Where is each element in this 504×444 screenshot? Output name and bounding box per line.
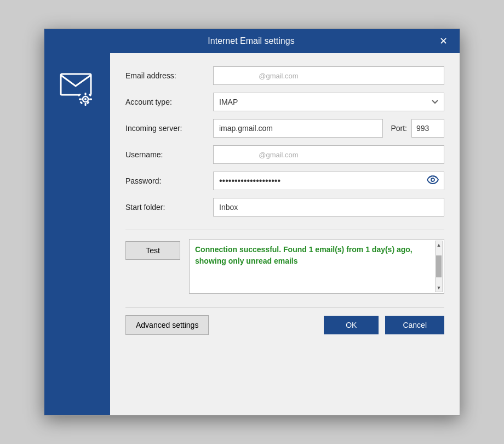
- svg-rect-5: [85, 103, 87, 106]
- start-folder-input[interactable]: [213, 198, 444, 217]
- email-label: Email address:: [125, 71, 213, 80]
- account-type-label: Account type:: [125, 98, 213, 106]
- scrollbar-track[interactable]: ▲ ▼: [435, 241, 443, 292]
- section-divider: [125, 230, 444, 230]
- footer: Advanced settings OK Cancel: [125, 315, 444, 339]
- start-folder-label: Start folder:: [125, 203, 213, 212]
- svg-rect-0: [61, 74, 91, 95]
- email-input[interactable]: [213, 66, 444, 85]
- username-input[interactable]: [213, 145, 444, 164]
- close-button[interactable]: ✕: [436, 35, 451, 47]
- username-label: Username:: [125, 150, 213, 159]
- account-type-row: Account type: IMAP POP3: [125, 93, 444, 111]
- svg-line-13: [429, 177, 430, 178]
- svg-rect-7: [89, 99, 92, 100]
- ok-button[interactable]: OK: [324, 316, 379, 334]
- svg-line-16: [436, 177, 436, 178]
- show-password-icon[interactable]: [427, 175, 439, 187]
- svg-rect-6: [79, 99, 82, 100]
- username-row: Username:: [125, 145, 444, 164]
- dialog-body: Email address: Account type: IMAP POP3 I…: [44, 53, 460, 415]
- form-content: Email address: Account type: IMAP POP3 I…: [110, 53, 460, 415]
- port-input[interactable]: [411, 119, 444, 138]
- email-gear-icon: [58, 70, 96, 108]
- email-row: Email address:: [125, 66, 444, 85]
- title-bar: Internet Email settings ✕: [44, 29, 460, 53]
- port-label: Port:: [391, 124, 407, 133]
- account-type-select[interactable]: IMAP POP3: [213, 93, 444, 111]
- incoming-server-row: Incoming server: Port:: [125, 119, 444, 138]
- incoming-server-label: Incoming server:: [125, 124, 213, 133]
- scrollbar-thumb[interactable]: [436, 255, 442, 277]
- svg-rect-4: [85, 93, 87, 95]
- test-result-text: Connection successful. Found 1 email(s) …: [195, 245, 413, 265]
- test-result-wrapper: Connection successful. Found 1 email(s) …: [189, 239, 444, 294]
- sidebar: [44, 53, 110, 415]
- scroll-up-arrow[interactable]: ▲: [436, 241, 443, 249]
- svg-point-12: [431, 178, 434, 181]
- internet-email-settings-dialog: Internet Email settings ✕: [44, 29, 460, 415]
- dialog-title: Internet Email settings: [66, 36, 436, 46]
- scroll-down-arrow[interactable]: ▼: [436, 284, 443, 292]
- svg-point-3: [84, 98, 87, 100]
- password-input[interactable]: [213, 172, 444, 190]
- cancel-button[interactable]: Cancel: [385, 316, 444, 334]
- incoming-server-input[interactable]: [213, 119, 383, 138]
- start-folder-row: Start folder:: [125, 198, 444, 217]
- password-wrapper: [213, 172, 444, 190]
- email-settings-icon: [58, 70, 96, 108]
- footer-divider: [125, 307, 444, 308]
- password-label: Password:: [125, 177, 213, 185]
- password-row: Password:: [125, 172, 444, 190]
- footer-right: OK Cancel: [324, 316, 444, 334]
- advanced-settings-button[interactable]: Advanced settings: [125, 315, 209, 335]
- test-area: Test Connection successful. Found 1 emai…: [125, 239, 444, 294]
- test-button[interactable]: Test: [125, 241, 180, 260]
